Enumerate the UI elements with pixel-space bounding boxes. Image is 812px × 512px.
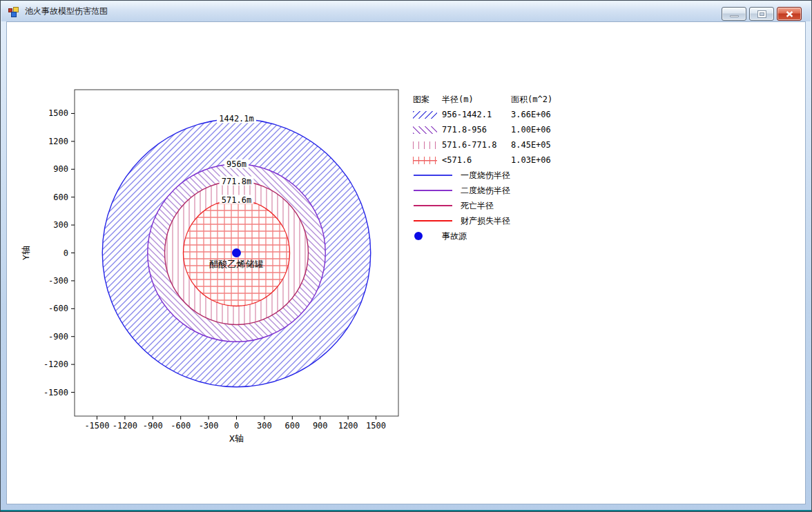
damage-range-chart: -1500-1200-900-600-300030060090012001500… bbox=[21, 83, 412, 450]
legend-pattern-row: 771.8-9561.00E+06 bbox=[413, 122, 627, 137]
legend-radius-value: <571.6 bbox=[442, 155, 511, 165]
app-icon-blue-square bbox=[11, 12, 17, 17]
svg-text:-1500: -1500 bbox=[44, 388, 68, 397]
legend-area-value: 8.45E+05 bbox=[511, 140, 627, 150]
legend-source-row: 事故源 bbox=[413, 228, 627, 244]
legend-line-swatch bbox=[414, 220, 452, 221]
diag-back-hatch-swatch bbox=[413, 126, 437, 134]
svg-text:-1200: -1200 bbox=[44, 360, 68, 369]
close-button[interactable] bbox=[777, 7, 802, 21]
legend-radius-value: 956-1442.1 bbox=[442, 110, 511, 119]
legend-line-row: 死亡半径 bbox=[413, 198, 627, 213]
svg-text:600: 600 bbox=[284, 421, 300, 431]
svg-text:900: 900 bbox=[53, 164, 68, 174]
diag-forward-hatch-swatch bbox=[413, 111, 437, 119]
tank-label: 醋酸乙烯储罐 bbox=[210, 259, 264, 269]
chart-legend: 图案半径(m)面积(m^2)956-1442.13.66E+06771.8-95… bbox=[413, 92, 627, 244]
ring-radius-label: 1442.1m bbox=[219, 114, 254, 124]
svg-text:-600: -600 bbox=[48, 304, 68, 313]
window-title: 池火事故模型伤害范围 bbox=[25, 6, 108, 17]
app-icon[interactable] bbox=[8, 6, 19, 17]
accident-source-legend-dot bbox=[414, 232, 423, 240]
svg-text:900: 900 bbox=[313, 421, 328, 431]
svg-text:-300: -300 bbox=[199, 421, 219, 431]
window-controls bbox=[722, 7, 802, 21]
legend-area-value: 1.03E+06 bbox=[511, 155, 627, 165]
svg-text:1500: 1500 bbox=[366, 421, 386, 431]
svg-text:-1200: -1200 bbox=[113, 421, 137, 431]
legend-header-pattern: 图案 bbox=[413, 94, 442, 106]
svg-text:1500: 1500 bbox=[48, 108, 68, 118]
legend-header-radius: 半径(m) bbox=[442, 94, 511, 106]
svg-text:-300: -300 bbox=[48, 276, 68, 286]
legend-source-label: 事故源 bbox=[442, 230, 467, 242]
ring-radius-label: 771.8m bbox=[222, 177, 251, 186]
legend-line-label: 二度烧伤半径 bbox=[461, 185, 510, 197]
cross-hatch-swatch bbox=[413, 157, 437, 164]
svg-text:300: 300 bbox=[53, 220, 68, 230]
svg-text:600: 600 bbox=[53, 193, 68, 202]
svg-text:300: 300 bbox=[257, 421, 272, 431]
legend-line-label: 死亡半径 bbox=[461, 200, 494, 212]
app-window: 池火事故模型伤害范围 -1500-1200-900-600-3000300600… bbox=[0, 0, 812, 512]
form-canvas: -1500-1200-900-600-300030060090012001500… bbox=[6, 21, 806, 504]
legend-radius-value: 771.8-956 bbox=[442, 125, 511, 135]
legend-radius-value: 571.6-771.8 bbox=[442, 140, 511, 150]
legend-pattern-row: 956-1442.13.66E+06 bbox=[413, 107, 627, 122]
x-axis-title: X轴 bbox=[229, 433, 244, 444]
legend-line-row: 二度烧伤半径 bbox=[413, 183, 627, 198]
minimize-icon bbox=[730, 15, 739, 17]
legend-line-swatch bbox=[414, 175, 452, 176]
legend-line-swatch bbox=[414, 190, 452, 191]
svg-text:-900: -900 bbox=[143, 421, 163, 431]
title-bar[interactable]: 池火事故模型伤害范围 bbox=[1, 1, 811, 21]
ring-radius-label: 571.6m bbox=[222, 195, 251, 205]
close-icon bbox=[786, 11, 793, 17]
legend-area-value: 1.00E+06 bbox=[511, 125, 627, 135]
svg-text:-600: -600 bbox=[171, 421, 191, 431]
legend-area-value: 3.66E+06 bbox=[511, 110, 627, 119]
legend-header-area: 面积(m^2) bbox=[511, 94, 627, 106]
window-bottom-edge bbox=[1, 510, 811, 511]
legend-line-label: 一度烧伤半径 bbox=[461, 170, 510, 181]
ring-radius-label: 956m bbox=[226, 159, 246, 169]
legend-line-label: 财产损失半径 bbox=[461, 215, 510, 227]
legend-line-swatch bbox=[414, 205, 452, 206]
legend-pattern-row: 571.6-771.88.45E+05 bbox=[413, 137, 627, 152]
svg-text:-1500: -1500 bbox=[84, 421, 109, 431]
legend-pattern-row: <571.61.03E+06 bbox=[413, 152, 627, 168]
legend-line-row: 一度烧伤半径 bbox=[413, 168, 627, 183]
svg-text:0: 0 bbox=[234, 421, 239, 431]
svg-text:0: 0 bbox=[64, 248, 68, 258]
legend-header-row: 图案半径(m)面积(m^2) bbox=[413, 92, 627, 107]
minimize-button[interactable] bbox=[722, 7, 746, 21]
legend-line-row: 财产损失半径 bbox=[413, 213, 627, 228]
vertical-hatch-swatch bbox=[413, 141, 437, 149]
svg-text:-900: -900 bbox=[48, 332, 68, 342]
maximize-button[interactable] bbox=[749, 7, 774, 21]
svg-text:1200: 1200 bbox=[338, 421, 358, 431]
y-axis-title: Y轴 bbox=[21, 246, 31, 260]
svg-text:1200: 1200 bbox=[48, 137, 68, 146]
accident-source-dot bbox=[232, 248, 241, 257]
maximize-icon bbox=[758, 11, 766, 17]
